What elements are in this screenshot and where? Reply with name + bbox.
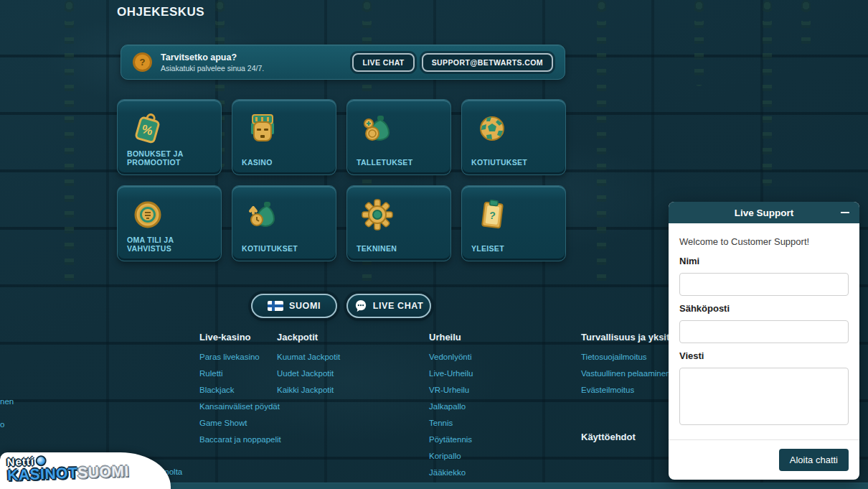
- page-title: OHJEKESKUS: [117, 5, 204, 19]
- vine-decoration: [597, 0, 606, 287]
- logo-kasinot: KASINOT: [7, 465, 78, 483]
- footer-link[interactable]: Ruletti: [199, 369, 281, 378]
- card-label: KOTIUTUKSET: [242, 244, 330, 253]
- help-banner: ? Tarvitsetko apua? Asiakatuki palvelee …: [121, 45, 565, 80]
- footer-link[interactable]: Live-Urheilu: [429, 369, 473, 378]
- support-email-button[interactable]: SUPPORT@BETWARTS.COM: [422, 53, 553, 72]
- footer-link[interactable]: Paras livekasino: [199, 353, 281, 361]
- medallion-icon: [131, 197, 165, 232]
- footer-heading: Jackpotit: [277, 332, 340, 343]
- message-field-label: Viesti: [679, 350, 849, 361]
- footer-link[interactable]: VR-Urheilu: [429, 386, 473, 394]
- card-label: TALLETUKSET: [357, 158, 445, 167]
- footer-link[interactable]: Koripallo: [429, 452, 473, 460]
- language-button[interactable]: SUOMI: [251, 294, 337, 318]
- help-banner-texts: Tarvitsetko apua? Asiakatuki palvelee si…: [161, 52, 352, 73]
- aztec-mask-icon: [245, 111, 280, 146]
- footer-link[interactable]: Game Showt: [199, 419, 281, 427]
- help-category-grid: % BONUKSET JA PROMOOTIOT KASINO TALLETUK…: [117, 99, 566, 261]
- withdraw-bag-icon: [245, 197, 280, 232]
- vine-decoration: [694, 0, 704, 86]
- logo-suomi: SUOMI: [77, 462, 129, 480]
- footer-link[interactable]: Baccarat ja noppapelit: [199, 435, 281, 444]
- footer-heading: Live-kasino: [199, 332, 281, 343]
- language-button-label: SUOMI: [289, 301, 321, 311]
- help-banner-subtitle: Asiakatuki palvelee sinua 24/7.: [161, 64, 352, 73]
- card-kotiutukset-2[interactable]: KOTIUTUKSET: [232, 185, 336, 261]
- card-label: BONUKSET JA PROMOOTIOT: [127, 149, 215, 167]
- card-yleiset[interactable]: ? YLEISET: [461, 185, 566, 261]
- live-support-header: Live Support: [669, 202, 859, 223]
- footer-link[interactable]: Tennis: [429, 419, 473, 427]
- live-chat-pill-button[interactable]: LIVE CHAT: [346, 294, 431, 318]
- card-kotiutukset-1[interactable]: KOTIUTUKSET: [461, 99, 566, 175]
- email-input[interactable]: [679, 320, 849, 343]
- footer-column-jackpotit: Jackpotit Kuumat Jackpotit Uudet Jackpot…: [277, 332, 340, 402]
- logo-text: Netti KASINOTSUOMI: [6, 452, 129, 484]
- footer-link[interactable]: Vedonlyönti: [429, 353, 473, 361]
- card-oma-tili-ja-vahvistus[interactable]: OMA TILI JA VAHVISTUS: [117, 185, 222, 261]
- deposit-bag-icon: [360, 111, 395, 146]
- percent-tag-icon: %: [131, 111, 165, 146]
- live-support-body: Welcome to Customer Support! Nimi Sähköp…: [669, 223, 859, 439]
- message-textarea[interactable]: [679, 368, 849, 425]
- card-label: KOTIUTUKSET: [471, 158, 560, 167]
- start-chat-button[interactable]: Aloita chatti: [779, 449, 849, 471]
- minimize-icon[interactable]: [839, 208, 851, 218]
- clipboard-question-icon: ?: [475, 197, 509, 232]
- footer-column-urheilu: Urheilu Vedonlyönti Live-Urheilu VR-Urhe…: [429, 332, 473, 485]
- live-support-widget: Live Support Welcome to Customer Support…: [669, 202, 859, 480]
- footer-link[interactable]: Blackjack: [199, 386, 281, 394]
- question-circle-icon: ?: [133, 52, 152, 72]
- card-label: TEKNINEN: [357, 244, 445, 253]
- chat-bubble-icon: [354, 299, 367, 312]
- card-talletukset[interactable]: TALLETUKSET: [346, 99, 451, 175]
- nettikasinotsuomi-logo[interactable]: Netti KASINOTSUOMI: [0, 452, 171, 489]
- gear-icon: [360, 197, 395, 232]
- card-tekninen[interactable]: TEKNINEN: [346, 185, 451, 261]
- card-label: OMA TILI JA VAHVISTUS: [127, 236, 215, 253]
- footer-link[interactable]: Kuumat Jackpotit: [277, 353, 340, 361]
- footer-link[interactable]: Kaikki Jackpotit: [277, 386, 340, 394]
- live-support-footer: Aloita chatti: [669, 439, 859, 480]
- card-label: YLEISET: [471, 244, 560, 253]
- footer-link-partial[interactable]: nen: [0, 397, 14, 406]
- footer-link-partial[interactable]: o: [0, 420, 4, 429]
- vine-decoration: [763, 0, 772, 187]
- email-field-label: Sähköposti: [679, 303, 849, 314]
- footer-link[interactable]: Kansainväliset pöydät: [199, 402, 281, 411]
- live-support-title: Live Support: [735, 208, 794, 218]
- card-kasino[interactable]: KASINO: [232, 99, 336, 175]
- footer-link[interactable]: Pöytätennis: [429, 435, 473, 444]
- vine-decoration: [65, 0, 74, 287]
- football-icon: [475, 111, 509, 146]
- welcome-message: Welcome to Customer Support!: [679, 236, 849, 247]
- finland-flag-icon: [268, 301, 283, 311]
- name-field-label: Nimi: [679, 256, 849, 266]
- footer-link[interactable]: Jääkiekko: [429, 468, 473, 477]
- footer-link[interactable]: Jalkapallo: [429, 402, 473, 411]
- card-label: KASINO: [242, 158, 330, 167]
- footer-column-live-kasino: Live-kasino Paras livekasino Ruletti Bla…: [199, 332, 281, 452]
- footer-heading: Urheilu: [429, 332, 473, 343]
- help-banner-title: Tarvitsetko apua?: [161, 52, 352, 62]
- live-chat-button-label: LIVE CHAT: [373, 301, 423, 311]
- name-input[interactable]: [679, 273, 849, 296]
- card-bonukset-ja-promootiot[interactable]: % BONUKSET JA PROMOOTIOT: [117, 99, 222, 175]
- footer-link[interactable]: Uudet Jackpotit: [277, 369, 340, 378]
- vine-decoration: [801, 0, 811, 50]
- live-chat-button[interactable]: LIVE CHAT: [352, 53, 414, 72]
